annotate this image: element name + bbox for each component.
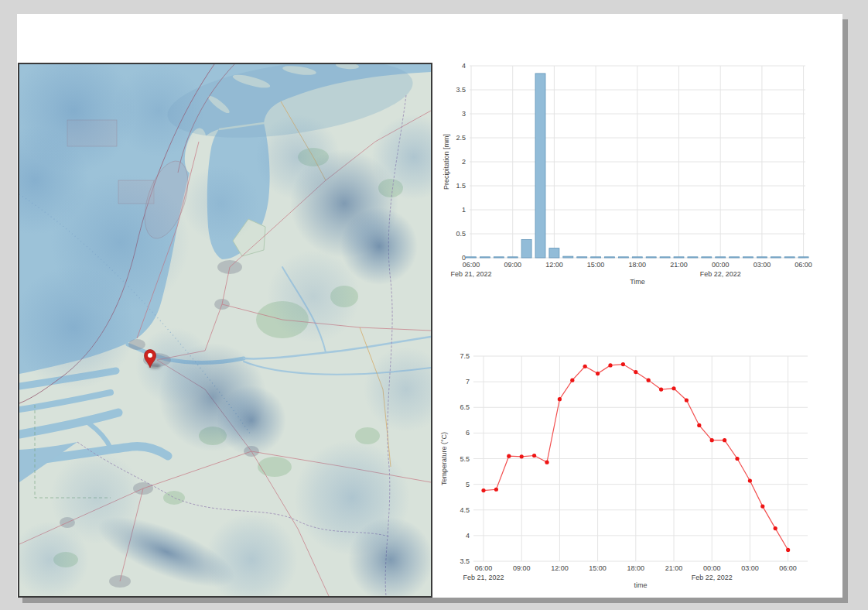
- data-point: [596, 372, 600, 375]
- svg-text:Feb 22, 2022: Feb 22, 2022: [692, 574, 733, 581]
- svg-text:5.5: 5.5: [460, 455, 470, 463]
- svg-text:5: 5: [466, 481, 470, 488]
- gridlines: [473, 356, 808, 561]
- bar: [716, 257, 726, 258]
- svg-text:1.5: 1.5: [456, 182, 466, 190]
- bar: [480, 257, 490, 258]
- data-point: [710, 438, 714, 442]
- data-point: [760, 505, 764, 509]
- svg-text:03:00: 03:00: [754, 261, 771, 269]
- data-point: [621, 362, 625, 366]
- svg-text:6: 6: [466, 429, 470, 437]
- svg-text:7: 7: [466, 378, 470, 386]
- svg-text:7.5: 7.5: [460, 352, 470, 360]
- svg-text:6.5: 6.5: [460, 403, 470, 411]
- bar: [577, 257, 587, 258]
- svg-text:2: 2: [462, 158, 466, 166]
- data-point: [774, 526, 777, 530]
- x-tick-labels: 06:00Feb 21, 202209:0012:0015:0018:0021:…: [463, 564, 796, 581]
- bar: [563, 256, 573, 258]
- bar: [674, 257, 684, 258]
- svg-text:15:00: 15:00: [587, 261, 605, 269]
- bar: [660, 257, 670, 258]
- data-point: [723, 438, 726, 442]
- svg-text:Feb 22, 2022: Feb 22, 2022: [700, 270, 741, 278]
- bar: [535, 74, 545, 258]
- svg-text:15:00: 15:00: [589, 564, 607, 572]
- data-point: [583, 365, 587, 368]
- bar: [549, 248, 559, 258]
- data-point: [748, 478, 752, 482]
- bar: [466, 257, 477, 258]
- y-axis-title: Precipitation [mm]: [443, 134, 450, 190]
- data-point: [570, 379, 574, 382]
- y-tick-labels: 3.544.555.566.577.5: [460, 352, 470, 565]
- svg-text:Feb 21, 2022: Feb 21, 2022: [463, 574, 504, 581]
- data-point: [520, 454, 524, 458]
- bar: [702, 257, 712, 258]
- map-view[interactable]: [18, 63, 432, 598]
- svg-text:00:00: 00:00: [703, 564, 721, 572]
- bar: [591, 257, 601, 258]
- bar: [494, 257, 504, 258]
- precipitation-overlay: [19, 64, 431, 596]
- data-point: [672, 386, 675, 390]
- data-point: [481, 488, 485, 492]
- svg-text:09:00: 09:00: [513, 564, 531, 572]
- svg-text:09:00: 09:00: [504, 261, 521, 269]
- svg-text:Feb 21, 2022: Feb 21, 2022: [450, 270, 491, 278]
- bar: [688, 257, 698, 258]
- data-point: [659, 387, 663, 391]
- svg-text:1: 1: [462, 206, 466, 214]
- data-point: [608, 363, 612, 367]
- bar: [784, 257, 795, 258]
- data-point: [685, 398, 689, 402]
- bar: [757, 257, 767, 258]
- bar: [743, 257, 754, 258]
- svg-text:06:00: 06:00: [475, 564, 493, 572]
- line-plot: 3.544.555.566.577.506:00Feb 21, 202209:0…: [433, 327, 820, 596]
- y-axis-title: Temperature (°C): [440, 432, 448, 485]
- data-point: [697, 423, 701, 427]
- data-point: [532, 454, 536, 458]
- svg-text:18:00: 18:00: [627, 564, 645, 572]
- y-tick-labels: 00.511.522.533.54: [456, 62, 466, 262]
- bar: [507, 257, 518, 258]
- svg-text:4.5: 4.5: [460, 506, 470, 514]
- svg-text:06:00: 06:00: [463, 261, 480, 269]
- bar: [771, 257, 781, 258]
- x-tick-labels: 06:00Feb 21, 202209:0012:0015:0018:0021:…: [450, 261, 812, 278]
- svg-text:00:00: 00:00: [712, 261, 730, 269]
- svg-text:0.5: 0.5: [456, 230, 466, 238]
- data-point: [786, 548, 790, 552]
- svg-text:12:00: 12:00: [551, 564, 569, 572]
- svg-text:12:00: 12:00: [545, 261, 563, 269]
- svg-text:03:00: 03:00: [741, 564, 759, 572]
- data-point: [634, 370, 637, 374]
- svg-text:21:00: 21:00: [665, 564, 683, 572]
- svg-text:2.5: 2.5: [456, 134, 466, 142]
- bar-plot: 00.511.522.533.5406:00Feb 21, 202209:001…: [433, 54, 820, 296]
- svg-text:4: 4: [462, 62, 466, 70]
- gridlines: [470, 66, 805, 258]
- bar: [798, 257, 808, 258]
- svg-text:4: 4: [466, 532, 470, 540]
- bar: [646, 257, 656, 258]
- x-axis-title: Time: [630, 278, 645, 286]
- x-axis-title: time: [634, 581, 647, 589]
- data-point: [545, 461, 548, 464]
- bar: [605, 257, 615, 258]
- svg-text:06:00: 06:00: [779, 564, 797, 572]
- svg-text:3: 3: [462, 110, 466, 118]
- bar: [730, 257, 740, 258]
- data-point: [494, 488, 498, 492]
- svg-text:18:00: 18:00: [629, 261, 647, 269]
- data-point: [558, 397, 562, 401]
- precipitation-chart: 00.511.522.533.5406:00Feb 21, 202209:001…: [433, 54, 820, 296]
- dashboard-panel: 00.511.522.533.5406:00Feb 21, 202209:001…: [17, 14, 842, 598]
- map-canvas: [19, 64, 431, 596]
- data-point: [735, 457, 739, 461]
- bar: [521, 239, 531, 258]
- svg-text:3.5: 3.5: [456, 86, 466, 94]
- svg-text:3.5: 3.5: [460, 557, 470, 565]
